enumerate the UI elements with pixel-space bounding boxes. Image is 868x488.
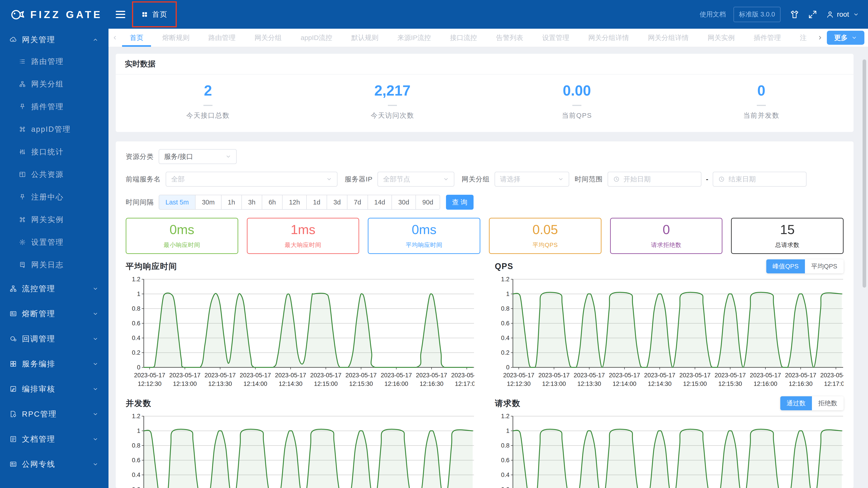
tab-13[interactable]: 插件管理: [744, 29, 790, 47]
chart-title-concurrency: 并发数: [126, 398, 151, 409]
tab-bar: 首页熔断规则路由管理网关分组appID流控默认规则来源IP流控接口流控告警列表设…: [108, 29, 868, 47]
interval-button-3[interactable]: 3h: [242, 195, 262, 209]
pin-icon: [19, 103, 26, 110]
fullscreen-icon[interactable]: [808, 9, 817, 20]
sidebar-item-0-2[interactable]: 插件管理: [0, 95, 108, 118]
resource-type-select[interactable]: 服务/接口: [159, 149, 237, 164]
chevron-down-icon: [443, 176, 449, 182]
metric-label: 最大响应时间: [285, 241, 321, 249]
gateway-group-label: 网关分组: [462, 175, 490, 184]
interval-button-6[interactable]: 1d: [307, 195, 327, 209]
tab-0[interactable]: 首页: [120, 29, 153, 47]
sidebar-item-0-9[interactable]: 网关日志: [0, 254, 108, 276]
hamburger-menu-icon[interactable]: [116, 11, 125, 18]
tab-11[interactable]: 网关分组详情: [638, 29, 698, 47]
start-date-input[interactable]: 开始日期: [608, 172, 702, 187]
frontend-service-select[interactable]: 全部: [166, 172, 338, 187]
sidebar-item-0-7[interactable]: 网关实例: [0, 208, 108, 231]
chevron-down-icon: [92, 336, 98, 342]
more-tabs-button[interactable]: 更多: [827, 31, 864, 45]
svg-text:12:13:00: 12:13:00: [173, 381, 197, 387]
svg-text:1: 1: [506, 291, 509, 297]
tab-14[interactable]: 注: [790, 29, 815, 47]
interval-button-7[interactable]: 3d: [327, 195, 347, 209]
interval-button-1[interactable]: 30m: [195, 195, 221, 209]
svg-text:2023-05-17: 2023-05-17: [275, 372, 306, 379]
svg-text:2023-05-17: 2023-05-17: [240, 372, 271, 379]
requests-toggle-1[interactable]: 拒绝数: [812, 396, 844, 410]
sidebar-item-0-8[interactable]: 设置管理: [0, 231, 108, 254]
sidebar-group-1[interactable]: 流控管理: [0, 276, 108, 301]
svg-text:2023-05-17: 2023-05-17: [310, 372, 341, 379]
frontend-service-label: 前端服务名: [126, 175, 161, 184]
svg-text:2023-05-17: 2023-05-17: [538, 372, 569, 379]
sidebar-item-label: appID管理: [31, 124, 71, 134]
svg-text:12:15:30: 12:15:30: [718, 381, 742, 387]
interval-button-8[interactable]: 7d: [347, 195, 368, 209]
svg-text:2023-05-17: 2023-05-17: [451, 372, 474, 379]
qps-toggle-1[interactable]: 平均QPS: [805, 259, 844, 273]
interval-button-0[interactable]: Last 5m: [159, 195, 195, 209]
tab-9[interactable]: 设置管理: [532, 29, 579, 47]
sidebar-item-0-3[interactable]: appID管理: [0, 118, 108, 140]
version-badge[interactable]: 标准版 3.0.0: [734, 7, 780, 22]
stat-divider: [572, 105, 581, 106]
sidebar-group-0[interactable]: 网关管理: [0, 29, 108, 50]
sidebar-item-0-5[interactable]: 公共资源: [0, 163, 108, 186]
sidebar-item-label: 设置管理: [31, 237, 64, 248]
time-range-label: 时间范围: [575, 175, 602, 184]
sidebar-group-8[interactable]: 公网专线: [0, 452, 108, 477]
sidebar-item-0-4[interactable]: 接口统计: [0, 140, 108, 163]
interval-button-5[interactable]: 12h: [283, 195, 307, 209]
sidebar-group-7[interactable]: 文档管理: [0, 427, 108, 452]
sidebar-group-3[interactable]: 回调管理: [0, 326, 108, 351]
svg-text:0.2: 0.2: [501, 349, 509, 356]
interval-button-2[interactable]: 1h: [221, 195, 242, 209]
tab-5[interactable]: 默认规则: [342, 29, 388, 47]
tab-4[interactable]: appID流控: [291, 29, 342, 47]
metric-card-4: 0请求拒绝数: [610, 218, 723, 254]
qps-canvas: 00.20.40.60.811.22023-05-1712:12:302023-…: [495, 276, 844, 390]
scrollbar-thumb[interactable]: [863, 59, 866, 288]
gateway-group-select[interactable]: 请选择: [495, 172, 569, 187]
docs-link[interactable]: 使用文档: [700, 10, 726, 19]
interval-button-4[interactable]: 6h: [262, 195, 283, 209]
docfile-icon: [9, 435, 17, 443]
requests-toggle-0[interactable]: 通过数: [780, 396, 812, 410]
chevron-down-icon: [92, 436, 98, 442]
interval-button-10[interactable]: 30d: [392, 195, 416, 209]
sidebar-group-4[interactable]: 服务编排: [0, 351, 108, 377]
interval-button-9[interactable]: 14d: [368, 195, 392, 209]
sidebar-group-2[interactable]: 熔断管理: [0, 301, 108, 326]
tab-6[interactable]: 来源IP流控: [388, 29, 440, 47]
sidebar-item-0-1[interactable]: 网关分组: [0, 73, 108, 95]
metric-value: 0ms: [412, 223, 436, 236]
interval-button-11[interactable]: 90d: [416, 195, 439, 209]
user-menu[interactable]: root: [826, 10, 859, 19]
tab-7[interactable]: 接口流控: [440, 29, 487, 47]
end-date-input[interactable]: 结束日期: [713, 172, 807, 187]
tab-8[interactable]: 告警列表: [487, 29, 532, 47]
chevron-down-icon: [92, 286, 98, 292]
search-button[interactable]: 查 询: [446, 195, 473, 210]
gear-icon: [19, 239, 26, 246]
breadcrumb[interactable]: 首页: [132, 1, 177, 27]
sidebar-group-6[interactable]: RPC管理: [0, 401, 108, 427]
theme-tshirt-icon[interactable]: [789, 9, 800, 20]
svg-text:2023-05-17: 2023-05-17: [345, 372, 377, 379]
tab-2[interactable]: 路由管理: [199, 29, 245, 47]
tab-10[interactable]: 网关分组详情: [579, 29, 638, 47]
tab-3[interactable]: 网关分组: [245, 29, 291, 47]
qps-toggle-0[interactable]: 峰值QPS: [766, 259, 805, 273]
svg-text:12:13:30: 12:13:30: [577, 381, 601, 387]
clock-icon: [613, 176, 620, 183]
tab-scroll-left[interactable]: [110, 29, 120, 47]
sidebar-group-5[interactable]: 编排审核: [0, 377, 108, 401]
tab-1[interactable]: 熔断规则: [153, 29, 199, 47]
svg-text:0.4: 0.4: [501, 335, 509, 341]
sidebar-item-0-6[interactable]: 注册中心: [0, 186, 108, 208]
sidebar-item-0-0[interactable]: 路由管理: [0, 50, 108, 73]
tab-12[interactable]: 网关实例: [698, 29, 744, 47]
server-ip-select[interactable]: 全部节点: [377, 172, 454, 187]
tab-scroll-right[interactable]: [815, 29, 825, 47]
